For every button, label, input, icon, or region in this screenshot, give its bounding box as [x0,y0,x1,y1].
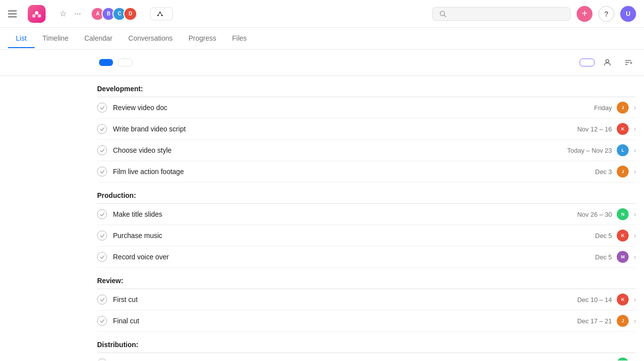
task-complete-icon[interactable] [97,167,107,177]
task-complete-icon[interactable] [97,231,107,241]
task-date: Dec 27 [591,360,612,361]
section-header: Review: [97,268,636,289]
svg-point-0 [35,11,39,14]
task-date: Dec 17 – 21 [577,317,612,325]
task-row[interactable]: Embed video on landing pageDec 27N› [97,353,636,361]
task-detail-chevron[interactable]: › [634,210,636,218]
person-icon [603,59,611,66]
task-row[interactable]: Choose video styleToday – Nov 23L› [97,140,636,161]
task-complete-icon[interactable] [97,316,107,326]
tab-calendar[interactable]: Calendar [76,29,120,48]
task-detail-chevron[interactable]: › [634,232,636,240]
task-date: Dec 5 [595,253,612,261]
task-complete-icon[interactable] [97,209,107,219]
task-name: Write brand video script [113,125,577,133]
section-header: Production: [97,182,636,204]
tab-timeline[interactable]: Timeline [35,29,76,48]
topbar-right: + ? U [432,6,636,22]
avatar: D [123,7,137,21]
task-assignee-avatar: J [617,102,629,114]
task-list: Development:Review video docFridayJ›Writ… [97,76,644,361]
task-date: Nov 12 – 16 [577,125,612,133]
task-name: Film live action footage [113,168,595,176]
task-detail-chevron[interactable]: › [634,125,636,133]
task-assignee-avatar: N [617,358,629,361]
tab-conversations[interactable]: Conversations [120,29,181,48]
task-name: Purchase music [113,232,595,240]
task-date: Dec 3 [595,168,612,176]
help-button[interactable]: ? [598,6,614,22]
svg-line-9 [444,15,446,17]
task-name: Review video doc [113,104,594,112]
task-row[interactable]: Review video docFridayJ› [97,97,636,119]
section-title: Distribution: [97,341,138,349]
task-row[interactable]: Write brand video scriptNov 12 – 16K› [97,119,636,140]
task-date: Dec 5 [595,232,612,240]
add-custom-fields-button[interactable] [580,59,594,66]
filter-button[interactable] [599,55,615,70]
task-complete-icon[interactable] [97,252,107,262]
star-icon[interactable]: ☆ [59,9,66,18]
more-icon[interactable]: ··· [74,9,81,18]
task-row[interactable]: Film live action footageDec 3J› [97,161,636,182]
task-detail-chevron[interactable]: › [634,104,636,112]
nav-tabs: List Timeline Calendar Conversations Pro… [0,28,644,50]
topbar: ☆ ··· A B C D + ? U [0,0,644,28]
add-section-button[interactable] [118,59,133,66]
task-complete-icon[interactable] [97,359,107,361]
task-assignee-avatar: L [617,144,629,156]
task-assignee-avatar: K [617,230,629,241]
task-detail-chevron[interactable]: › [634,360,636,361]
task-assignee-avatar: J [617,315,629,327]
task-name: First cut [113,296,577,303]
menu-icon[interactable] [8,7,22,21]
task-row[interactable]: First cutDec 10 – 14K› [97,289,636,310]
task-row[interactable]: Final cutDec 17 – 21J› [97,310,636,332]
task-date: Friday [594,104,612,112]
task-detail-chevron[interactable]: › [634,168,636,176]
task-date: Nov 26 – 30 [577,211,612,218]
task-assignee-avatar: K [617,123,629,135]
task-detail-chevron[interactable]: › [634,146,636,154]
tab-progress[interactable]: Progress [181,29,224,48]
tab-files[interactable]: Files [224,29,255,48]
task-row[interactable]: Purchase musicDec 5K› [97,225,636,246]
sort-button[interactable] [620,55,636,70]
task-name: Choose video style [113,146,567,154]
task-detail-chevron[interactable]: › [634,253,636,261]
add-task-button[interactable] [99,59,113,66]
share-button[interactable] [150,7,173,20]
svg-line-7 [160,12,162,15]
task-complete-icon[interactable] [97,124,107,134]
section-title: Development: [97,85,143,93]
search-icon [439,10,446,17]
user-avatar[interactable]: U [620,6,636,22]
app-logo [28,5,46,23]
task-assignee-avatar: J [617,166,629,178]
task-complete-icon[interactable] [97,145,107,155]
task-assignee-avatar: N [617,208,629,220]
main-content: Development:Review video docFridayJ›Writ… [0,76,644,361]
tab-list[interactable]: List [8,29,35,48]
section-header: Distribution: [97,332,636,353]
toolbar [0,50,644,76]
task-name: Embed video on landing page [113,360,591,361]
task-complete-icon[interactable] [97,295,107,304]
sort-icon [624,59,632,66]
add-global-button[interactable]: + [577,6,592,22]
svg-line-6 [158,12,160,15]
task-name: Final cut [113,317,577,325]
task-row[interactable]: Make title slidesNov 26 – 30N› [97,204,636,225]
share-icon [157,10,163,17]
section-header: Development: [97,76,636,97]
section-title: Production: [97,191,136,199]
section-title: Review: [97,277,123,285]
sidebar-spacer [0,76,97,361]
task-detail-chevron[interactable]: › [634,296,636,303]
svg-point-10 [606,60,609,62]
task-complete-icon[interactable] [97,103,107,113]
task-detail-chevron[interactable]: › [634,317,636,325]
search-bar[interactable] [432,7,571,21]
svg-point-1 [32,14,36,17]
task-row[interactable]: Record voice overDec 5M› [97,246,636,268]
